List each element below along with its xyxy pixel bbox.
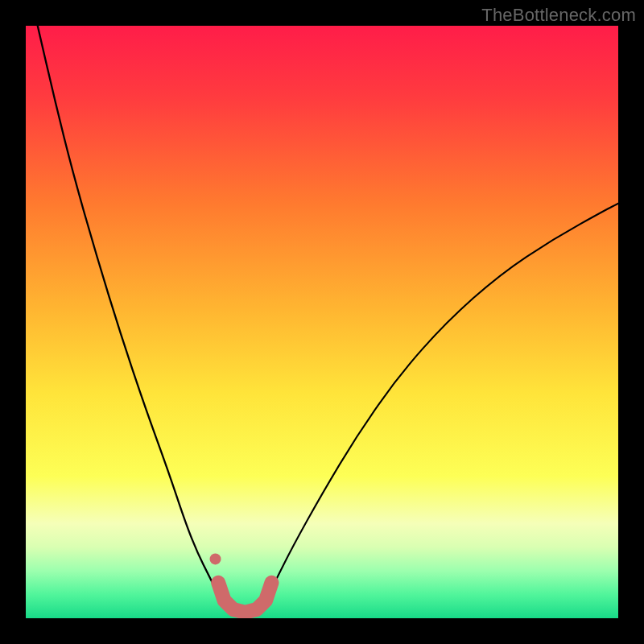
curve-right (262, 204, 618, 606)
watermark-text: TheBottleneck.com (481, 5, 636, 26)
valley-dot (210, 553, 221, 564)
chart-curves (26, 26, 618, 618)
curve-left (38, 26, 225, 606)
chart-frame (26, 26, 618, 618)
valley-highlight (218, 583, 271, 613)
